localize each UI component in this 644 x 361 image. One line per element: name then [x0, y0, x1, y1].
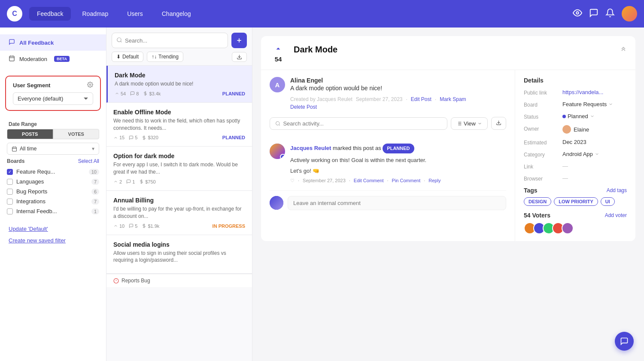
heart-icon[interactable]: ♡	[290, 178, 295, 184]
status-0: PLANNED	[222, 91, 245, 96]
comment-input[interactable]	[288, 196, 506, 210]
select-all-link[interactable]: Select All	[78, 158, 99, 164]
user-segment-select[interactable]: Everyone (default)	[13, 92, 93, 105]
svg-point-0	[576, 12, 579, 14]
feed-item-4[interactable]: Social media logins Allow users to sign …	[106, 235, 252, 274]
nav-feedback[interactable]: Feedback	[29, 7, 71, 21]
board-checkbox-feature[interactable]: ✓	[7, 169, 13, 175]
upvote-button[interactable]	[274, 45, 282, 55]
status-dot	[562, 115, 566, 118]
feed-item-desc-2: For every app I use, I switch it to dark…	[113, 161, 245, 176]
created-by: Created by Jacques Reulet	[290, 96, 352, 102]
post-date: September 27, 2023	[356, 96, 403, 102]
board-checkbox-integrations[interactable]	[7, 199, 13, 205]
chat-bubble-button[interactable]	[615, 332, 634, 351]
planned-badge: PLANNED	[383, 144, 414, 153]
add-tags-link[interactable]: Add tags	[607, 187, 627, 193]
nav-changelog[interactable]: Changelog	[154, 7, 199, 21]
feed-filters: ⬇ Default ↑↓ Trending	[106, 48, 252, 66]
delete-post-link[interactable]: Delete Post	[290, 104, 466, 110]
date-select[interactable]: All time ▾	[7, 143, 99, 155]
board-checkbox-internal[interactable]	[7, 208, 13, 214]
download-feed-button[interactable]	[232, 52, 247, 62]
feed-item-meta-2: 2 1 $750	[113, 179, 245, 184]
board-checkbox-bug[interactable]	[7, 189, 13, 195]
view-button[interactable]: View	[451, 117, 488, 130]
voter-5[interactable]	[562, 222, 574, 234]
field-label-public-link: Public link	[524, 89, 562, 96]
date-tab-votes[interactable]: VOTES	[53, 129, 100, 139]
collapse-icon[interactable]	[620, 46, 627, 55]
field-category: Category Android App	[524, 151, 627, 158]
app-logo[interactable]: C	[7, 6, 22, 21]
board-item-bug[interactable]: Bug Reports 6	[7, 187, 99, 196]
mark-spam-link[interactable]: Mark Spam	[440, 96, 466, 102]
sidebar-item-all-feedback[interactable]: All Feedback	[0, 34, 106, 51]
reply-link[interactable]: Reply	[428, 178, 440, 183]
feed-item-meta-3: 10 5 $1.9k IN PROGRESS	[113, 223, 245, 229]
edit-post-link[interactable]: Edit Post	[411, 96, 431, 102]
edit-comment-link[interactable]: Edit Comment	[354, 178, 384, 183]
public-link-anchor[interactable]: https://vandela...	[562, 89, 603, 95]
board-select[interactable]: Feature Requests	[562, 101, 627, 107]
pin-comment-link[interactable]: Pin Comment	[392, 178, 421, 183]
board-name-internal: Internal Feedb...	[16, 208, 88, 214]
user-avatar[interactable]	[622, 6, 637, 21]
filter-default[interactable]: ⬇ Default	[112, 52, 143, 62]
detail-header: 54 Dark Mode	[261, 36, 635, 70]
user-segment-section: User Segment Everyone (default)	[5, 76, 101, 111]
update-default-link[interactable]: Update 'Default'	[0, 223, 106, 235]
search-input[interactable]	[125, 34, 223, 47]
board-count-internal: 1	[91, 208, 99, 214]
eye-icon[interactable]	[573, 8, 582, 20]
beta-badge: BETA	[54, 56, 70, 62]
board-count-bug: 6	[91, 189, 99, 195]
detail-panel: 54 Dark Mode A Alina Engel A dark mode o…	[252, 28, 644, 361]
sidebar-item-moderation[interactable]: Moderation BETA	[0, 51, 106, 67]
add-voter-link[interactable]: Add voter	[605, 212, 627, 218]
tag-ui[interactable]: UI	[601, 197, 615, 206]
board-item-integrations[interactable]: Integrations 7	[7, 196, 99, 206]
bell-icon[interactable]	[605, 8, 615, 20]
feed-item-1[interactable]: Enable Offline Mode We need this to work…	[106, 103, 252, 147]
feed-item-3[interactable]: Annual Billing I'd be willing to pay for…	[106, 191, 252, 235]
compose-button[interactable]	[231, 33, 247, 48]
comment-avatar	[270, 196, 283, 210]
vote-count-0: 54	[115, 91, 126, 96]
filter-trending[interactable]: ↑↓ Trending	[147, 52, 183, 62]
category-select[interactable]: Android App	[562, 151, 627, 157]
message-icon[interactable]	[589, 8, 598, 20]
post-meta: Created by Jacques Reulet September 27, …	[290, 96, 466, 102]
feed-item-2[interactable]: Option for dark mode For every app I use…	[106, 147, 252, 191]
nav-users[interactable]: Users	[119, 7, 151, 21]
board-checkbox-languages[interactable]	[7, 179, 13, 185]
board-item-internal[interactable]: Internal Feedb... 1	[7, 206, 99, 216]
detail-card: 54 Dark Mode A Alina Engel A dark mode o…	[261, 36, 635, 241]
feed-item-desc-0: A dark mode option would be nice!	[115, 80, 245, 88]
board-item-languages[interactable]: Languages 7	[7, 177, 99, 187]
activity-download-button[interactable]	[491, 117, 506, 130]
voters-avatars	[524, 222, 627, 234]
tag-low-priority[interactable]: LOW PRIORITY	[554, 197, 598, 206]
date-tab-posts[interactable]: POSTS	[7, 129, 53, 139]
field-value-browser: —	[562, 175, 627, 181]
gear-icon[interactable]	[87, 82, 93, 89]
create-filter-link[interactable]: Create new saved filter	[0, 235, 106, 246]
status-select[interactable]: Planned	[562, 113, 627, 119]
svg-line-23	[279, 124, 280, 125]
activity-search-input[interactable]	[283, 120, 442, 127]
field-value-public-link: https://vandela...	[562, 89, 627, 95]
field-label-link: Link	[524, 163, 562, 170]
feed-item-desc-3: I'd be willing to pay for the year up-fr…	[113, 205, 245, 220]
user-segment-title: User Segment	[13, 82, 50, 89]
nav-roadmap[interactable]: Roadmap	[74, 7, 116, 21]
tag-design[interactable]: DESIGN	[524, 197, 551, 206]
all-feedback-icon	[9, 39, 15, 46]
feed-item-0[interactable]: Dark Mode A dark mode option would be ni…	[106, 66, 252, 103]
bug-report-label: Reports Bug	[122, 278, 150, 284]
board-count-languages: 7	[91, 179, 99, 185]
activity-user-link[interactable]: Jacques Reulet	[290, 145, 331, 151]
board-item-feature[interactable]: ✓ Feature Requ... 10	[7, 167, 99, 177]
vote-count-3: 10	[113, 223, 125, 229]
board-name-integrations: Integrations	[16, 198, 88, 205]
